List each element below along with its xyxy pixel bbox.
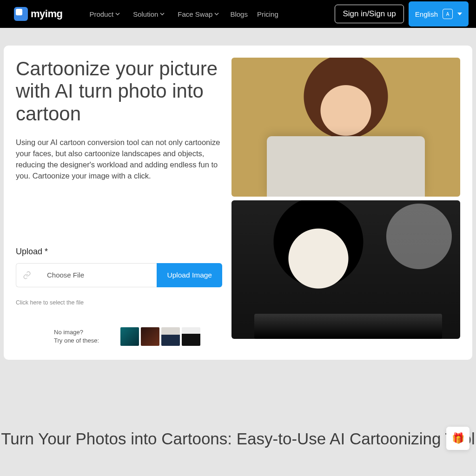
- logo[interactable]: myimg: [14, 7, 62, 21]
- hero-right: [231, 58, 460, 346]
- gift-button[interactable]: 🎁: [446, 427, 469, 450]
- upload-hint[interactable]: Click here to select the file: [16, 299, 222, 306]
- nav-blogs[interactable]: Blogs: [225, 7, 252, 22]
- nav-product-label: Product: [89, 10, 113, 18]
- samples-text: No image? Try one of these:: [54, 328, 99, 344]
- file-input[interactable]: Choose File: [16, 263, 157, 287]
- translate-icon: A: [443, 9, 453, 19]
- samples-line2: Try one of these:: [54, 337, 99, 345]
- nav-product[interactable]: Product: [83, 7, 126, 22]
- sample-thumb-3[interactable]: [161, 327, 180, 346]
- link-icon: [23, 271, 31, 279]
- upload-label: Upload *: [16, 247, 222, 257]
- sample-thumb-4[interactable]: [182, 327, 200, 346]
- chevron-down-icon: [160, 12, 165, 16]
- page-title: Cartoonize your picture with AI turn pho…: [16, 58, 222, 125]
- nav-solution-label: Solution: [133, 10, 158, 18]
- hero-photo-cartoon: [231, 200, 460, 339]
- nav-pricing[interactable]: Pricing: [252, 7, 283, 22]
- file-row: Choose File Upload Image: [16, 263, 222, 287]
- sample-thumb-1[interactable]: [120, 327, 139, 346]
- language-label: English: [415, 10, 438, 18]
- hero-photo-original: [231, 58, 460, 197]
- header: myimg Product Solution Face Swap Blogs P…: [0, 0, 476, 28]
- hero-left: Cartoonize your picture with AI turn pho…: [16, 58, 222, 346]
- page-description: Using our AI cartoon conversion tool can…: [16, 137, 222, 182]
- chevron-down-icon: [214, 12, 219, 16]
- hero-card: Cartoonize your picture with AI turn pho…: [4, 46, 472, 360]
- samples-row: No image? Try one of these:: [16, 327, 222, 346]
- nav: Product Solution Face Swap Blogs Pricing: [83, 7, 283, 22]
- caret-down-icon: [457, 13, 462, 15]
- gift-icon: 🎁: [452, 432, 464, 444]
- sample-thumb-2[interactable]: [141, 327, 159, 346]
- language-selector[interactable]: English A: [409, 1, 469, 26]
- section-title: Turn Your Photos into Cartoons: Easy-to-…: [0, 430, 476, 448]
- nav-faceswap-label: Face Swap: [178, 10, 212, 18]
- samples-line1: No image?: [54, 328, 99, 337]
- sample-thumbs: [120, 327, 200, 346]
- logo-text: myimg: [31, 8, 62, 20]
- upload-section: Upload * Choose File Upload Image Click …: [16, 247, 222, 346]
- nav-solution[interactable]: Solution: [126, 7, 171, 22]
- nav-faceswap[interactable]: Face Swap: [171, 7, 225, 22]
- signin-button[interactable]: Sign in/Sign up: [335, 5, 403, 23]
- upload-button[interactable]: Upload Image: [157, 263, 222, 287]
- chevron-down-icon: [115, 12, 120, 16]
- logo-icon: [14, 7, 28, 21]
- choose-file-text: Choose File: [47, 271, 84, 279]
